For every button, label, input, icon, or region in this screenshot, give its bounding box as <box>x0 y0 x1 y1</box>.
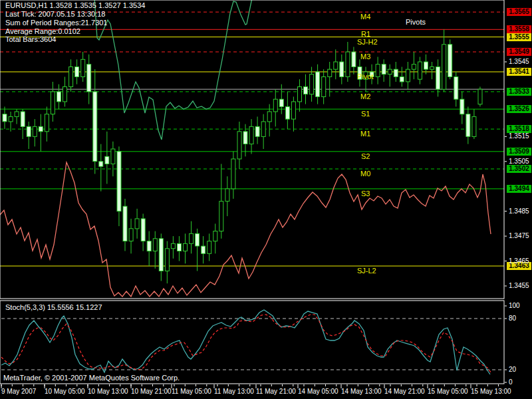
candle-body <box>99 162 103 167</box>
candle-body <box>334 62 338 69</box>
level-label-M3: M3 <box>360 53 370 61</box>
total-bars-info: Total Bars:3604 <box>5 36 56 43</box>
time-label: 14 May 13:00 <box>341 388 382 395</box>
candle-body <box>57 92 61 102</box>
candle-body <box>165 249 169 271</box>
level-label-S3: S3 <box>361 190 370 198</box>
candle-body <box>424 62 428 69</box>
candle-body <box>388 69 392 74</box>
candle-body <box>159 239 163 271</box>
price-badge-M0: 1.3502 <box>507 165 531 173</box>
price-tick-label: 1.3505 <box>509 158 529 165</box>
red-indicator-line <box>0 162 491 297</box>
price-badge-SJ-H2: 1.3555 <box>507 33 531 41</box>
candle-body <box>418 62 422 79</box>
price-tick-label: 1.3545 <box>509 59 529 65</box>
time-label: 10 May 21:00 <box>131 388 172 395</box>
time-label: 15 May 05:00 <box>428 388 468 395</box>
candle-body <box>430 67 434 70</box>
price-tick-label: 1.3515 <box>509 133 529 140</box>
candle-body <box>147 241 151 251</box>
candle-body <box>261 122 265 137</box>
candle-body <box>460 99 464 114</box>
candle-body <box>207 241 211 254</box>
candle-body <box>400 77 404 82</box>
stoch-tick-label: 100 <box>509 303 520 309</box>
candle-body <box>340 62 344 77</box>
candle-body <box>298 86 302 102</box>
time-label: 10 May 13:00 <box>88 388 128 395</box>
candle-body <box>190 233 194 243</box>
stoch-tick-label: 80 <box>509 315 516 322</box>
time-label: 14 May 21:00 <box>384 388 425 395</box>
candle-body <box>243 132 247 144</box>
candle-body <box>51 92 55 114</box>
time-label: 11 May 21:00 <box>256 388 296 395</box>
candle-body <box>328 69 332 76</box>
candle-body <box>472 116 476 136</box>
time-label: 15 May 13:00 <box>471 388 511 395</box>
candle-body <box>117 152 121 211</box>
stoch-main-line <box>1 310 490 374</box>
level-label-S1: S1 <box>361 110 370 118</box>
price-badge-S2: 1.3509 <box>507 148 531 156</box>
candle-body <box>406 69 410 82</box>
mt4-chart-window: EURUSD,H1 1.3528 1.3535 1.3527 1.3534 La… <box>0 0 532 399</box>
candle-body <box>304 86 308 94</box>
candle-body <box>382 65 386 74</box>
price-badge-Pivot: 1.3541 <box>507 68 531 76</box>
stoch-pane-frame <box>0 301 504 384</box>
level-label-S2: S2 <box>361 153 370 160</box>
candle-body <box>448 45 452 77</box>
candle-body <box>249 126 253 144</box>
price-tick-label: 1.3455 <box>509 283 529 289</box>
candle-body <box>129 229 133 241</box>
candle-body <box>412 65 416 70</box>
candle-body <box>231 159 235 189</box>
price-tick-label: 1.3485 <box>509 208 529 215</box>
candle-body <box>171 243 175 249</box>
price-badge-M3: 1.3549 <box>507 48 531 56</box>
last-tick-info: Last Tick: 2007.05.15 13:30:18 <box>5 11 105 18</box>
candle-body <box>267 112 271 122</box>
candle-body <box>153 239 157 251</box>
candle-body <box>201 246 205 253</box>
candle-body <box>376 65 380 77</box>
stoch-tick-label: 0 <box>509 379 513 386</box>
candle-body <box>3 114 7 122</box>
copyright-text: MetaTrader, © 2001-2007 MetaQuotes Softw… <box>3 374 180 382</box>
candle-body <box>111 149 115 164</box>
candle-body <box>316 72 320 96</box>
candle-body <box>273 99 277 112</box>
stoch-tick-label: 20 <box>509 366 516 373</box>
sum-ranges-info: Sum of Period Ranges:21.7301 <box>5 19 108 27</box>
candle-body <box>178 243 182 251</box>
level-label-Pivot: Pivot <box>357 73 373 80</box>
candle-body <box>39 126 43 132</box>
candle-body <box>27 126 31 136</box>
level-label-SJ-H2: SJ-H2 <box>357 39 378 46</box>
symbol-ohlc-title: EURUSD,H1 1.3528 1.3535 1.3527 1.3534 <box>5 2 145 9</box>
price-badge-M2: 1.3533 <box>507 88 531 96</box>
candle-body <box>196 233 200 246</box>
candle-body <box>141 219 145 241</box>
pivots-indicator-title: Pivots <box>406 19 426 26</box>
candle-body <box>352 52 356 67</box>
candle-body <box>478 89 482 104</box>
stoch-signal-line <box>1 315 491 372</box>
level-label-M4: M4 <box>360 13 370 21</box>
candle-body <box>69 67 73 87</box>
price-badge-S3: 1.3494 <box>507 185 531 193</box>
price-tick-label: 1.3465 <box>509 258 529 265</box>
candle-body <box>279 99 283 106</box>
candle-body <box>310 74 314 94</box>
level-label-R1: R1 <box>361 31 370 38</box>
candle-body <box>75 67 79 77</box>
candle-body <box>123 206 127 241</box>
avg-range-info: Average Range:0.0102 <box>5 28 80 35</box>
chart-canvas[interactable] <box>0 0 532 399</box>
price-tick-label: 1.3475 <box>509 233 529 239</box>
level-label-M2: M2 <box>360 93 370 100</box>
candle-body <box>436 67 440 90</box>
candle-body <box>213 231 217 241</box>
